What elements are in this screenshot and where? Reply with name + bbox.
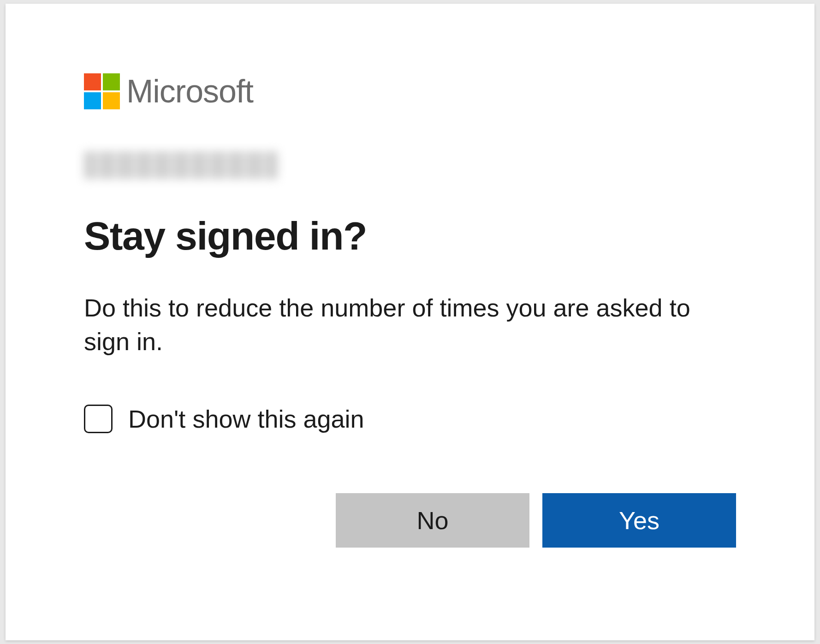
- dont-show-again-row[interactable]: Don't show this again: [84, 405, 741, 433]
- microsoft-logo-icon: [84, 73, 120, 109]
- dialog-title: Stay signed in?: [84, 213, 741, 259]
- brand-name: Microsoft: [126, 73, 253, 110]
- dont-show-again-checkbox[interactable]: [84, 405, 113, 433]
- dont-show-again-label[interactable]: Don't show this again: [128, 405, 364, 433]
- yes-button[interactable]: Yes: [542, 493, 736, 548]
- signin-dialog-card: Microsoft Stay signed in? Do this to red…: [6, 4, 814, 640]
- no-button[interactable]: No: [336, 493, 529, 548]
- button-row: No Yes: [84, 493, 741, 548]
- account-email-redacted: [84, 151, 278, 179]
- brand-row: Microsoft: [84, 73, 741, 110]
- dialog-description: Do this to reduce the number of times yo…: [84, 291, 741, 358]
- account-identity: [84, 151, 741, 181]
